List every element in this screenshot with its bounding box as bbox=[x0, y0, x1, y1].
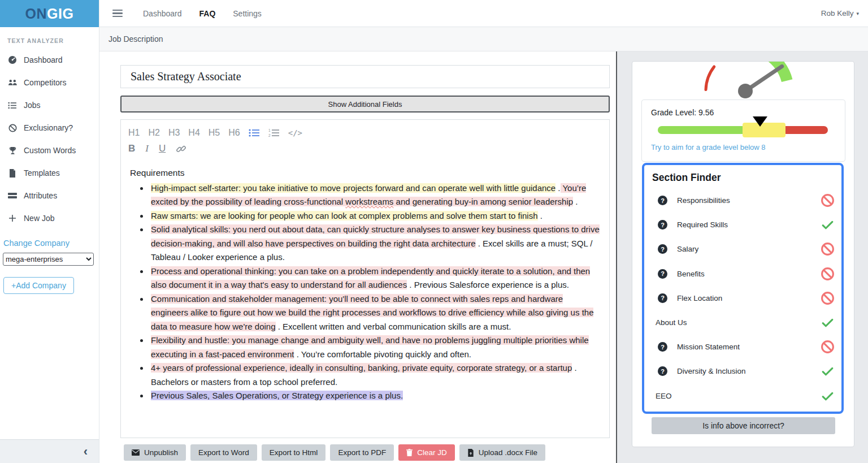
toolbar-h5-button[interactable]: H5 bbox=[209, 128, 220, 138]
editor-card: H1H2H3H4H5H6 12 </> B I U Requirements H… bbox=[120, 119, 610, 438]
ban-icon bbox=[821, 291, 835, 305]
check-icon bbox=[821, 389, 835, 403]
toolbar-h2-button[interactable]: H2 bbox=[148, 128, 159, 138]
link-icon[interactable] bbox=[176, 144, 186, 154]
help-icon[interactable]: ? bbox=[658, 196, 667, 205]
analysis-panel: Grade Level: 9.56 Try to aim for a grade… bbox=[632, 61, 854, 447]
change-company-link[interactable]: Change Company bbox=[3, 239, 99, 248]
section-label: Diversity & Inclusion bbox=[677, 367, 746, 375]
requirement-text: Previous Sales, Sales Operations, or Str… bbox=[151, 391, 403, 400]
hamburger-menu-icon[interactable] bbox=[112, 10, 123, 18]
section-finder-row-about-us: About Us bbox=[644, 310, 841, 335]
export-to-word-button[interactable]: Export to Word bbox=[190, 444, 257, 461]
sidebar-item-dashboard[interactable]: Dashboard bbox=[0, 49, 99, 71]
sidebar-item-label: Competitors bbox=[24, 78, 66, 87]
requirement-text: High-impact self-starter: you take initi… bbox=[151, 183, 555, 193]
sidebar-item-label: Attributes bbox=[24, 191, 57, 200]
upload-docx-file-button[interactable]: Upload .docx File bbox=[459, 444, 545, 461]
ban-icon bbox=[821, 242, 835, 256]
user-menu[interactable]: Rob Kelly ▾ bbox=[821, 9, 859, 18]
top-nav-settings[interactable]: Settings bbox=[233, 9, 262, 18]
toolbar-h3-button[interactable]: H3 bbox=[168, 128, 180, 138]
requirement-text: . You’re comfortable pivoting quickly an… bbox=[294, 349, 471, 359]
requirement-item: Communication and stakeholder management… bbox=[149, 292, 600, 334]
section-finder-row-flex-location: ?Flex Location bbox=[644, 286, 841, 310]
ordered-list-icon[interactable]: 12 bbox=[268, 128, 280, 137]
help-icon[interactable]: ? bbox=[658, 269, 667, 279]
clear-jd-button[interactable]: Clear JD bbox=[398, 444, 455, 461]
unpublish-button[interactable]: Unpublish bbox=[124, 444, 186, 461]
sidebar-item-attributes[interactable]: Attributes bbox=[0, 184, 99, 207]
requirement-text: . bbox=[573, 197, 578, 206]
requirements-heading: Requirements bbox=[130, 166, 600, 180]
sidebar-item-label: Dashboard bbox=[24, 55, 63, 64]
requirement-text: . Previous Salesforce experience is a pl… bbox=[407, 280, 569, 289]
section-finder-title: Section Finder bbox=[652, 172, 841, 184]
sidebar-item-new-job[interactable]: New Job bbox=[0, 207, 99, 230]
section-finder-row-mission-statement: ?Mission Statement bbox=[644, 335, 841, 359]
grade-gauge bbox=[632, 62, 854, 101]
section-finder-row-required-skills: ?Required Skills bbox=[644, 213, 841, 237]
button-label: Export to Word bbox=[198, 448, 249, 457]
content-scrollbar[interactable] bbox=[616, 51, 617, 463]
action-bar: UnpublishExport to WordExport to HtmlExp… bbox=[124, 444, 545, 461]
sidebar-item-competitors[interactable]: Competitors bbox=[0, 71, 99, 94]
bullet-list-icon[interactable] bbox=[249, 128, 260, 137]
italic-button[interactable]: I bbox=[145, 143, 149, 154]
app-root: ONGIG TEXT ANALYZER DashboardCompetitors… bbox=[0, 0, 868, 463]
collapse-sidebar-icon[interactable]: ‹ bbox=[84, 445, 88, 458]
sidebar: ONGIG TEXT ANALYZER DashboardCompetitors… bbox=[0, 0, 99, 463]
section-finder-row-diversity-inclusion: ?Diversity & Inclusion bbox=[644, 359, 841, 383]
users-icon bbox=[7, 79, 18, 86]
editor-content[interactable]: Requirements High-impact self-starter: y… bbox=[121, 154, 609, 403]
top-bar: DashboardFAQSettings Rob Kelly ▾ bbox=[99, 0, 868, 27]
requirement-item: Raw smarts: we are looking for people wh… bbox=[149, 209, 600, 223]
logo-text: ONGIG bbox=[25, 6, 74, 22]
ban-icon bbox=[821, 267, 835, 281]
check-icon bbox=[821, 364, 835, 378]
show-additional-fields-button[interactable]: Show Additional Fields bbox=[120, 96, 610, 112]
top-nav-dashboard[interactable]: Dashboard bbox=[143, 9, 182, 18]
requirement-text: 4+ years of professional experience, ide… bbox=[151, 363, 572, 373]
export-to-pdf-button[interactable]: Export to PDF bbox=[330, 444, 394, 461]
export-to-html-button[interactable]: Export to Html bbox=[262, 444, 326, 461]
section-label: Flex Location bbox=[677, 294, 722, 302]
heading-buttons: H1H2H3H4H5H6 bbox=[128, 128, 240, 138]
sidebar-item-label: Exclusionary? bbox=[24, 123, 73, 132]
underline-button[interactable]: U bbox=[159, 143, 166, 154]
sidebar-item-templates[interactable]: Templates bbox=[0, 162, 99, 184]
toolbar-h1-button[interactable]: H1 bbox=[128, 128, 140, 138]
editor-toolbar-row1: H1H2H3H4H5H6 12 </> bbox=[121, 128, 609, 138]
sidebar-item-custom-words[interactable]: Custom Words bbox=[0, 139, 99, 162]
sidebar-item-exclusionary[interactable]: Exclusionary? bbox=[0, 116, 99, 139]
button-label: Export to Html bbox=[270, 448, 318, 457]
section-finder-row-eeo: EEO bbox=[644, 384, 841, 408]
sidebar-item-label: Templates bbox=[24, 168, 60, 178]
check-icon bbox=[821, 218, 835, 232]
sidebar-item-jobs[interactable]: Jobs bbox=[0, 94, 99, 116]
requirement-text: . bbox=[555, 183, 560, 193]
brand-logo[interactable]: ONGIG bbox=[0, 0, 99, 27]
help-icon[interactable]: ? bbox=[658, 220, 667, 230]
add-company-button[interactable]: +Add Company bbox=[3, 277, 74, 294]
toolbar-h6-button[interactable]: H6 bbox=[228, 128, 240, 138]
help-icon[interactable]: ? bbox=[658, 342, 667, 352]
help-icon[interactable]: ? bbox=[658, 244, 667, 254]
envelope-icon bbox=[132, 449, 140, 456]
sidebar-footer: ‹ bbox=[0, 439, 99, 463]
requirement-text: workstreams bbox=[345, 197, 393, 206]
chevron-down-icon: ▾ bbox=[856, 11, 859, 16]
code-view-icon[interactable]: </> bbox=[288, 128, 302, 137]
help-icon[interactable]: ? bbox=[658, 293, 667, 303]
company-select[interactable]: mega-enterprises bbox=[3, 253, 94, 266]
toolbar-h4-button[interactable]: H4 bbox=[188, 128, 199, 138]
breadcrumb-bar: Job Description bbox=[99, 27, 868, 51]
button-label: Clear JD bbox=[417, 448, 447, 457]
grade-marker-icon bbox=[753, 116, 767, 127]
top-nav-faq[interactable]: FAQ bbox=[199, 9, 216, 18]
is-info-incorrect-button[interactable]: Is info above incorrect? bbox=[652, 417, 835, 434]
editor-toolbar-row2: B I U bbox=[121, 143, 609, 154]
bold-button[interactable]: B bbox=[128, 143, 135, 154]
requirement-item: Process and operational thinking: you ca… bbox=[149, 265, 600, 292]
help-icon[interactable]: ? bbox=[658, 366, 667, 376]
